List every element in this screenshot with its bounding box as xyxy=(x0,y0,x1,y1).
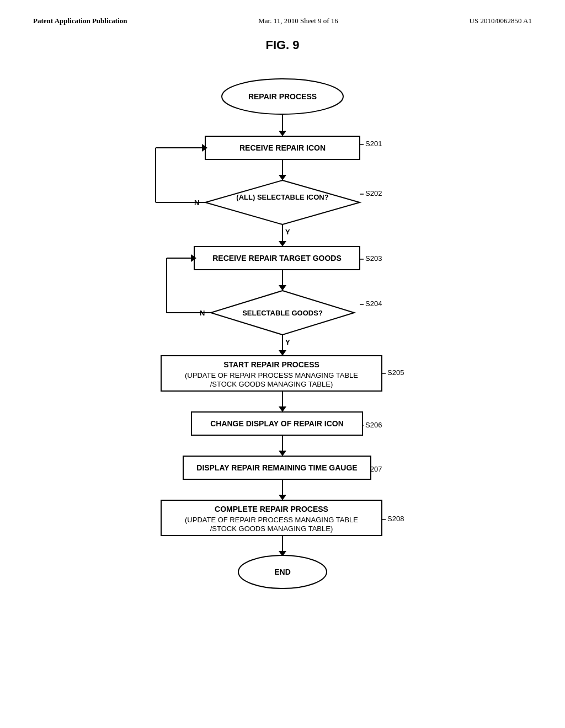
svg-text:Y: Y xyxy=(285,338,290,346)
svg-marker-12 xyxy=(205,180,360,224)
svg-text:S205: S205 xyxy=(387,368,404,377)
flowchart-diagram: REPAIR PROCESS S201 RECEIVE REPAIR ICON … xyxy=(89,69,476,665)
svg-marker-59 xyxy=(279,495,286,500)
svg-marker-53 xyxy=(279,451,286,456)
svg-text:S208: S208 xyxy=(387,515,404,523)
svg-text:Y: Y xyxy=(285,228,290,236)
svg-text:REPAIR PROCESS: REPAIR PROCESS xyxy=(248,92,317,101)
svg-text:S206: S206 xyxy=(365,421,382,429)
svg-text:(UPDATE OF REPAIR PROCESS MANA: (UPDATE OF REPAIR PROCESS MANAGING TABLE xyxy=(185,516,358,524)
header-left: Patent Application Publication xyxy=(33,17,127,25)
svg-text:SELECTABLE GOODS?: SELECTABLE GOODS? xyxy=(242,309,323,317)
svg-text:/STOCK GOODS MANAGING TABLE): /STOCK GOODS MANAGING TABLE) xyxy=(210,524,333,533)
svg-text:CHANGE DISPLAY OF REPAIR ICON: CHANGE DISPLAY OF REPAIR ICON xyxy=(210,419,344,428)
figure-title: FIG. 9 xyxy=(33,38,532,52)
svg-marker-21 xyxy=(279,241,286,247)
svg-text:S203: S203 xyxy=(365,254,382,263)
svg-text:RECEIVE REPAIR TARGET GOODS: RECEIVE REPAIR TARGET GOODS xyxy=(212,254,342,263)
svg-text:COMPLETE REPAIR PROCESS: COMPLETE REPAIR PROCESS xyxy=(215,505,328,513)
svg-text:S204: S204 xyxy=(365,299,382,308)
svg-marker-27 xyxy=(279,285,286,291)
page: Patent Application Publication Mar. 11, … xyxy=(0,0,565,728)
svg-text:(UPDATE OF REPAIR PROCESS MANA: (UPDATE OF REPAIR PROCESS MANAGING TABLE xyxy=(185,371,358,379)
svg-text:S201: S201 xyxy=(365,140,382,148)
svg-text:DISPLAY REPAIR REMAINING TIME : DISPLAY REPAIR REMAINING TIME GAUGE xyxy=(196,463,357,472)
svg-marker-39 xyxy=(279,350,286,356)
svg-text:START REPAIR PROCESS: START REPAIR PROCESS xyxy=(223,360,319,369)
svg-text:S202: S202 xyxy=(365,189,382,197)
svg-marker-9 xyxy=(279,175,286,180)
header-center: Mar. 11, 2010 Sheet 9 of 16 xyxy=(258,17,338,25)
svg-text:/STOCK GOODS MANAGING TABLE): /STOCK GOODS MANAGING TABLE) xyxy=(210,380,333,388)
svg-text:RECEIVE REPAIR ICON: RECEIVE REPAIR ICON xyxy=(239,143,326,152)
header: Patent Application Publication Mar. 11, … xyxy=(33,11,532,28)
svg-text:(ALL) SELECTABLE ICON?: (ALL) SELECTABLE ICON? xyxy=(236,193,328,201)
svg-marker-47 xyxy=(279,406,286,412)
svg-text:END: END xyxy=(274,568,291,576)
header-right: US 2010/0062850 A1 xyxy=(470,17,532,25)
svg-marker-3 xyxy=(279,131,286,136)
